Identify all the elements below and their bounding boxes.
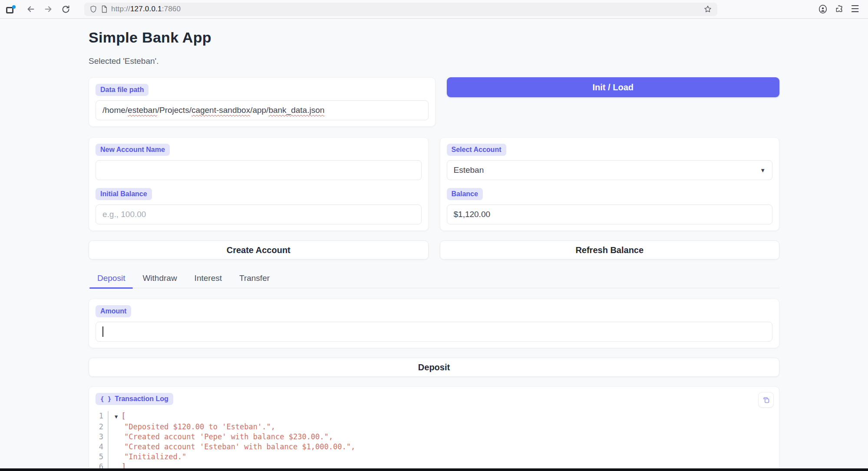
copy-button[interactable]	[758, 392, 774, 408]
new-account-name-input[interactable]	[96, 160, 422, 180]
deposit-button[interactable]: Deposit	[89, 358, 779, 377]
create-account-block: New Account Name Initial Balance e.g., 1…	[89, 137, 429, 231]
balance-value: $1,120.00	[454, 210, 491, 219]
init-load-button[interactable]: Init / Load	[447, 77, 780, 97]
init-load-column: Init / Load	[447, 77, 780, 127]
back-arrow-icon	[26, 4, 36, 14]
profile-icon[interactable]	[818, 4, 828, 14]
status-text: Selected 'Esteban'.	[89, 56, 779, 66]
collapse-triangle-icon[interactable]: ▼	[115, 414, 118, 420]
amount-block: Amount	[89, 299, 779, 348]
reload-button[interactable]	[59, 3, 72, 16]
json-line: 5 "Initialized."	[96, 452, 772, 462]
path-text: /home/esteban/Projects/cagent-sandbox/ap…	[102, 105, 324, 115]
initial-balance-label: Initial Balance	[96, 188, 152, 200]
json-line: 1 ▼[	[96, 411, 772, 422]
balance-label: Balance	[447, 188, 483, 200]
initial-balance-input[interactable]: e.g., 100.00	[96, 204, 422, 224]
data-file-path-label: Data file path	[96, 84, 149, 96]
reload-icon	[61, 5, 70, 14]
amount-input[interactable]	[96, 322, 772, 342]
tab-overview-icon[interactable]	[6, 5, 16, 13]
menu-icon[interactable]: ☰	[851, 4, 859, 14]
json-line: 2 "Deposited $120.00 to 'Esteban'.",	[96, 422, 772, 432]
refresh-balance-button[interactable]: Refresh Balance	[440, 240, 780, 260]
page-icon	[101, 5, 108, 13]
balance-field[interactable]: $1,120.00	[447, 204, 773, 224]
shield-icon	[89, 5, 97, 13]
data-file-path-input[interactable]: /home/esteban/Projects/cagent-sandbox/ap…	[96, 100, 429, 120]
chevron-down-icon: ▼	[760, 167, 766, 174]
transaction-log-label: { } Transaction Log	[96, 393, 173, 405]
operation-tabs: Deposit Withdraw Interest Transfer	[89, 270, 779, 288]
line-number: 5	[96, 452, 109, 462]
text-cursor	[102, 326, 103, 337]
tab-transfer[interactable]: Transfer	[231, 270, 278, 288]
tab-deposit[interactable]: Deposit	[89, 270, 134, 288]
create-account-button[interactable]: Create Account	[89, 240, 429, 260]
forward-arrow-icon	[43, 4, 53, 14]
line-number: 4	[96, 442, 109, 452]
gradio-app: Simple Bank App Selected 'Esteban'. Data…	[0, 19, 868, 471]
tab-interest[interactable]: Interest	[186, 270, 231, 288]
json-line: 3 "Created account 'Pepe' with balance $…	[96, 432, 772, 442]
new-account-name-label: New Account Name	[96, 144, 170, 156]
initial-balance-placeholder: e.g., 100.00	[102, 210, 146, 219]
data-file-path-block: Data file path /home/esteban/Projects/ca…	[89, 77, 436, 127]
page-title: Simple Bank App	[89, 29, 779, 46]
browser-chrome: http://127.0.0.1:7860 ☰	[0, 0, 868, 19]
line-number: 1	[96, 411, 109, 422]
screen-bottom-edge	[0, 468, 868, 471]
json-view: 1 ▼[ 2 "Deposited $120.00 to 'Esteban'."…	[96, 411, 772, 471]
url-bar[interactable]: http://127.0.0.1:7860	[84, 3, 717, 16]
select-account-label: Select Account	[447, 144, 506, 156]
json-braces-icon: { }	[100, 395, 111, 402]
json-line: 4 "Created account 'Esteban' with balanc…	[96, 442, 772, 452]
line-number: 3	[96, 432, 109, 442]
bookmark-star-icon[interactable]	[703, 5, 712, 13]
tab-withdraw[interactable]: Withdraw	[134, 270, 185, 288]
amount-label: Amount	[96, 305, 131, 317]
extensions-icon[interactable]	[835, 5, 844, 14]
forward-button[interactable]	[42, 3, 55, 16]
select-account-dropdown[interactable]: Esteban ▼	[447, 160, 773, 180]
url-text: http://127.0.0.1:7860	[111, 5, 700, 13]
back-button[interactable]	[24, 3, 37, 16]
select-account-block: Select Account Esteban ▼ Balance $1,120.…	[440, 137, 780, 231]
line-number: 2	[96, 422, 109, 432]
copy-icon	[762, 396, 770, 404]
selected-account-value: Esteban	[454, 165, 484, 175]
transaction-log-block: { } Transaction Log 1 ▼[ 2 "Deposited $1…	[89, 386, 779, 471]
